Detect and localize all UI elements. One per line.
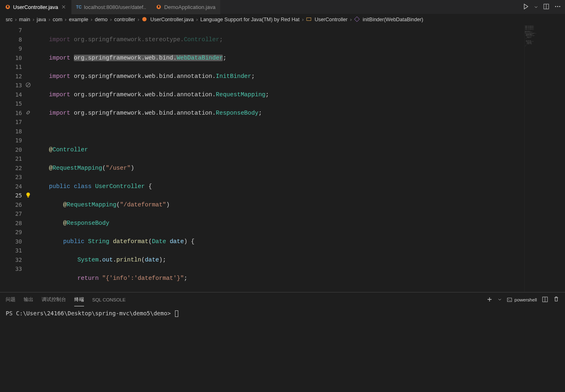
tab-usercontroller[interactable]: UserController.java (0, 0, 71, 14)
editor-toolbar (523, 3, 565, 11)
minimap[interactable]: import org.spring...import org.spring...… (524, 25, 565, 292)
svg-rect-11 (355, 16, 359, 21)
breadcrumb[interactable]: src› main› java› com› example› demo› con… (0, 14, 565, 25)
tab-label: UserController.java (13, 4, 58, 10)
new-terminal-icon[interactable] (486, 296, 493, 303)
svg-rect-10 (307, 18, 311, 20)
chevron-down-icon[interactable] (534, 4, 538, 10)
tc-icon: TC (76, 5, 82, 9)
tab-demoapplication[interactable]: DemoApplication.java (151, 0, 220, 14)
svg-point-9 (142, 17, 147, 21)
terminal-body[interactable]: PS C:\Users\24166\Desktop\spring-mvc\dem… (0, 307, 565, 392)
lightbulb-icon[interactable] (25, 192, 31, 198)
svg-point-6 (555, 6, 556, 7)
editor-tabs-bar: UserController.java TC localhost:8080/us… (0, 0, 565, 14)
terminal-shell-label[interactable]: powershell (507, 297, 537, 303)
svg-line-13 (27, 84, 30, 86)
split-editor-icon[interactable] (543, 3, 549, 11)
tab-label: DemoApplication.java (164, 4, 215, 10)
link-icon (25, 110, 31, 115)
terminal-prompt: PS C:\Users\24166\Desktop\spring-mvc\dem… (6, 310, 174, 317)
terminal-cursor (175, 310, 178, 317)
trash-icon[interactable] (553, 296, 559, 303)
svg-rect-1 (7, 6, 9, 8)
more-icon[interactable] (554, 3, 561, 11)
svg-rect-3 (158, 6, 160, 8)
terminal-tabs: 问题 输出 调试控制台 终端 SQL CONSOLE powershell (0, 292, 565, 307)
split-terminal-icon[interactable] (542, 296, 548, 303)
tab-output[interactable]: 输出 (24, 293, 33, 306)
svg-rect-15 (507, 298, 512, 301)
chevron-down-icon[interactable] (498, 297, 502, 302)
java-file-icon (5, 4, 11, 10)
run-icon[interactable] (523, 3, 529, 11)
close-icon[interactable] (61, 4, 66, 10)
no-entry-icon (25, 82, 31, 88)
tab-problems[interactable]: 问题 (6, 293, 16, 306)
tab-terminal[interactable]: 终端 (74, 293, 84, 306)
editor[interactable]: 7 8 9 10 11 12 13 14 15 16 17 18 19 20 2… (0, 25, 565, 292)
line-gutter: 7 8 9 10 11 12 13 14 15 16 17 18 19 20 2… (0, 25, 33, 292)
class-icon (306, 16, 312, 23)
svg-point-8 (559, 6, 561, 7)
tab-sql-console[interactable]: SQL CONSOLE (92, 294, 126, 306)
java-file-icon (156, 4, 162, 10)
terminal-panel: 问题 输出 调试控制台 终端 SQL CONSOLE powershell PS… (0, 292, 565, 392)
svg-rect-14 (27, 197, 29, 197)
code-content[interactable]: import org.springframework.stereotype.Co… (33, 25, 524, 292)
tab-debug-console[interactable]: 调试控制台 (42, 293, 66, 306)
terminal-icon (507, 297, 512, 303)
java-file-icon (142, 16, 147, 23)
method-icon (354, 16, 360, 23)
tab-localhost[interactable]: TC localhost:8080/user/datef.. (71, 0, 151, 14)
svg-point-7 (557, 6, 558, 7)
tab-label: localhost:8080/user/datef.. (84, 4, 146, 10)
